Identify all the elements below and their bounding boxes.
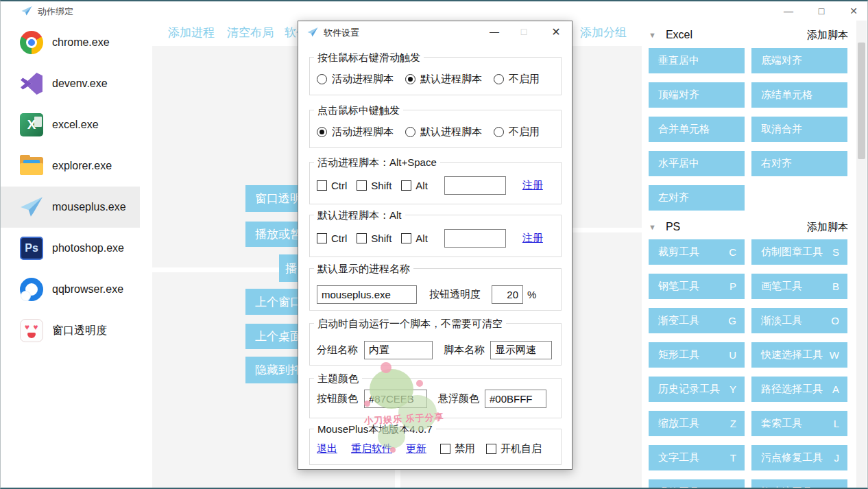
app-window: 动作绑定 — □ ✕ 添加进程 清空布局 软件设置 添加分组 chrome.ex… — [0, 0, 868, 489]
qqbrowser-icon — [20, 278, 43, 301]
script-button[interactable]: 橡皮擦工具E — [751, 479, 847, 489]
nav-add-process[interactable]: 添加进程 — [168, 25, 215, 40]
script-button[interactable]: 仿制图章工具S — [751, 239, 847, 265]
group-name-input[interactable] — [364, 341, 433, 359]
section-title: Excel — [666, 29, 692, 41]
radio-option: 默认进程脚本 — [405, 73, 482, 86]
hover-color-input[interactable] — [485, 390, 546, 408]
script-name-label: 脚本名称 — [444, 344, 485, 357]
radio-button[interactable] — [494, 127, 504, 137]
script-button[interactable]: 水平居中 — [649, 151, 745, 176]
chrome-icon — [20, 31, 43, 54]
hotkey-input[interactable] — [444, 229, 506, 248]
nav-clear-layout[interactable]: 清空布局 — [227, 25, 274, 40]
sidebar-item-photoshop[interactable]: Ps photoshop.exe — [1, 228, 152, 269]
radio-button[interactable] — [317, 74, 327, 84]
maximize-button[interactable]: □ — [810, 1, 832, 21]
close-button[interactable]: ✕ — [843, 1, 865, 21]
script-button[interactable]: 污点修复工具J — [751, 445, 847, 470]
radio-button-checked[interactable] — [317, 127, 327, 137]
button-color-input[interactable] — [364, 390, 427, 408]
settings-dialog: 软件设置 — □ ✕ 按住鼠标右键滑动触发 活动进程脚本 默认进程脚本 不启用 — [298, 21, 572, 470]
radio-button-checked[interactable] — [405, 74, 415, 84]
sidebar-item-window-opacity[interactable]: ♥ ♥ 窗口透明度 — [1, 310, 152, 351]
exit-link[interactable]: 退出 — [317, 442, 337, 455]
script-button[interactable]: 快速选择工具W — [751, 342, 847, 368]
add-script-link[interactable]: 添加脚本 — [807, 29, 848, 42]
checkbox[interactable] — [401, 180, 411, 191]
script-button[interactable]: 垂直居中 — [649, 48, 745, 73]
script-button[interactable]: 历史记录工具Y — [649, 377, 745, 402]
collapse-chevron-icon[interactable]: ▼ — [649, 223, 656, 231]
sidebar-item-devenv[interactable]: devenv.exe — [1, 63, 152, 104]
sidebar-item-excel[interactable]: X excel.exe — [1, 104, 152, 145]
checkbox-option: Shift — [357, 180, 391, 191]
script-button[interactable]: 裁剪工具C — [649, 239, 745, 265]
checkbox[interactable] — [440, 444, 450, 454]
group-autorun-script: 启动时自动运行一个脚本，不需要可清空 分组名称 脚本名称 — [309, 323, 562, 366]
checkbox[interactable] — [401, 233, 411, 243]
sidebar-item-label: devenv.exe — [52, 77, 108, 90]
dialog-minimize-button[interactable]: — — [485, 23, 503, 40]
script-button[interactable]: 缩放工具Z — [649, 411, 745, 436]
hotkey-input[interactable] — [444, 176, 506, 195]
scrollbar-thumb[interactable] — [858, 43, 865, 159]
script-button[interactable]: 吸管工具I — [649, 479, 745, 489]
sidebar-item-qqbrowser[interactable]: qqbrowser.exe — [1, 269, 152, 310]
dialog-close-button[interactable]: ✕ — [547, 23, 565, 40]
script-name-input[interactable] — [490, 341, 552, 359]
sidebar-item-chrome[interactable]: chrome.exe — [1, 22, 152, 63]
checkbox[interactable] — [317, 233, 327, 243]
script-button[interactable]: 渐变工具G — [649, 308, 745, 333]
minimize-button[interactable]: — — [777, 1, 799, 21]
explorer-folder-icon — [20, 154, 43, 178]
group-legend: 活动进程脚本：Alt+Space — [314, 156, 440, 169]
dialog-maximize-button[interactable]: □ — [515, 23, 533, 40]
title-bar: 动作绑定 — □ ✕ — [1, 1, 867, 21]
script-button[interactable]: 文字工具T — [649, 445, 745, 470]
script-button[interactable]: 画笔工具B — [751, 274, 847, 299]
radio-label: 默认进程脚本 — [420, 73, 482, 86]
checkbox[interactable] — [357, 233, 367, 243]
register-link[interactable]: 注册 — [522, 179, 543, 192]
script-button[interactable]: 右对齐 — [751, 151, 847, 176]
button-opacity-input[interactable] — [492, 285, 523, 304]
script-button[interactable]: 路径选择工具A — [751, 377, 847, 402]
shortcut-key: L — [834, 418, 839, 429]
radio-option: 不启用 — [494, 126, 540, 139]
ps-script-grid: 裁剪工具C 仿制图章工具S 钢笔工具P 画笔工具B 渐变工具G 渐淡工具O 矩形… — [649, 239, 854, 489]
shortcut-key: J — [834, 452, 840, 464]
sidebar-item-mouseplus[interactable]: mouseplus.exe — [1, 187, 140, 228]
visual-studio-icon — [20, 72, 43, 95]
register-link[interactable]: 注册 — [522, 232, 543, 245]
script-button[interactable]: 左对齐 — [649, 185, 745, 211]
add-script-link[interactable]: 添加脚本 — [807, 221, 848, 234]
scrollbar-track[interactable] — [856, 21, 867, 488]
script-button[interactable]: 顶端对齐 — [649, 82, 745, 108]
shortcut-key: S — [832, 246, 839, 258]
checkbox[interactable] — [317, 180, 327, 191]
radio-button[interactable] — [405, 127, 415, 137]
checkbox[interactable] — [486, 444, 496, 454]
script-button[interactable]: 合并单元格 — [649, 117, 745, 142]
checkbox[interactable] — [357, 180, 367, 191]
script-button[interactable]: 冻结单元格 — [751, 82, 847, 108]
group-legend: 按住鼠标右键滑动触发 — [314, 51, 424, 64]
script-button[interactable]: 底端对齐 — [751, 48, 847, 73]
script-button[interactable]: 矩形工具U — [649, 342, 745, 368]
script-button[interactable]: 渐淡工具O — [751, 308, 847, 333]
restart-link[interactable]: 重启软件 — [351, 442, 392, 455]
script-button[interactable]: 钢笔工具P — [649, 274, 745, 299]
paper-plane-icon — [20, 195, 43, 219]
nav-add-group[interactable]: 添加分组 — [580, 25, 627, 40]
script-button-label: 污点修复工具 — [761, 451, 823, 464]
process-name-input[interactable] — [317, 285, 417, 304]
update-link[interactable]: 更新 — [406, 442, 426, 455]
script-button[interactable]: 套索工具L — [751, 411, 847, 436]
radio-option: 不启用 — [494, 73, 540, 86]
radio-button[interactable] — [494, 74, 504, 84]
sidebar-item-explorer[interactable]: explorer.exe — [1, 145, 152, 187]
group-legend: 默认显示的进程名称 — [314, 263, 413, 276]
collapse-chevron-icon[interactable]: ▼ — [649, 31, 656, 39]
script-button[interactable]: 取消合并 — [751, 117, 847, 142]
